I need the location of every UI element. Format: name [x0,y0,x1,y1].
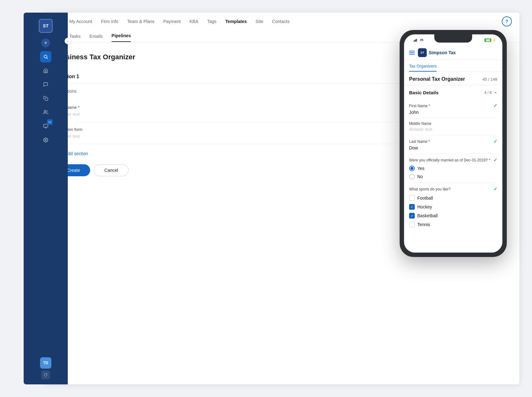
sidebar-shield-icon [41,371,50,379]
nav-tags[interactable]: Tags [207,19,217,24]
sidebar-home-button[interactable] [40,65,51,76]
user-avatar: TD [40,357,51,369]
svg-rect-11 [416,39,417,42]
sports-check-icon: ✓ [493,186,497,192]
phone-screen: ▮▮▮ ⚡ ST Simpson Tax Tax Organizers Pers… [404,34,502,253]
help-button[interactable]: ? [502,16,512,26]
svg-point-12 [421,41,422,42]
phone-brand-name: Simpson Tax [429,50,456,55]
sidebar-logo: ST [39,19,53,33]
first-name-check-icon: ✓ [493,103,497,109]
battery-icons: ▮▮▮ ⚡ [484,38,496,42]
married-radio-group: Yes No [409,166,497,179]
tasks-badge: 11 [47,119,53,125]
sidebar: ST › + 11 TD [24,13,68,384]
svg-rect-9 [414,40,415,42]
radio-yes-circle [409,166,415,171]
cancel-button[interactable]: Cancel [94,164,129,176]
nav-contacts[interactable]: Contacts [272,19,289,24]
phone-brand: ST Simpson Tax [418,48,456,57]
charging-icon: ⚡ [492,38,496,42]
sidebar-copy-button[interactable] [40,93,51,104]
phone-field-last-name: Last Name * ✓ Dow [409,135,497,154]
checkbox-hockey-box: ✓ [409,204,415,210]
sidebar-tasks-button[interactable]: 11 [40,120,51,132]
tab-tasks[interactable]: Tasks [69,34,81,42]
phone-field-middle-name: Middle Name Answer text [409,118,497,135]
svg-rect-8 [413,41,414,42]
checkbox-football-label: Football [417,196,433,201]
phone-tab-bar: Tax Organizers [404,60,502,72]
phone-notch [434,34,472,43]
checkbox-basketball-box: ✓ [409,213,415,219]
top-nav-main: My Account Firm Info Team & Plans Paymen… [69,13,519,30]
phone-app-header: ST Simpson Tax [404,46,502,60]
phone-field-first-name-label: First Name * ✓ [409,103,497,109]
nav-kba[interactable]: KBA [189,19,198,24]
phone-mockup: ▮▮▮ ⚡ ST Simpson Tax Tax Organizers Pers… [400,30,507,257]
phone-section-header: Basic Details 4 / 6 [409,90,497,95]
checkbox-basketball[interactable]: ✓ Basketball [409,213,497,219]
add-section-label: Add section [65,151,88,156]
phone-section-progress: 4 / 6 [484,90,497,95]
nav-payment[interactable]: Payment [163,19,181,24]
svg-point-7 [45,139,46,141]
sidebar-users-button[interactable] [40,107,51,118]
checkbox-football[interactable]: Football [409,195,497,201]
phone-field-middle-name-label: Middle Name [409,121,497,126]
phone-organizer-progress: 45 / 148 [483,77,497,82]
checkbox-hockey-label: Hockey [417,204,432,209]
checkbox-football-box [409,195,415,201]
checkbox-hockey[interactable]: ✓ Hockey [409,204,497,210]
signal-icons [410,38,424,42]
phone-content: Tax Organizers Personal Tax Organizer 45… [404,60,502,253]
hamburger-menu-button[interactable] [409,51,415,55]
phone-section-title: Basic Details [409,90,438,95]
tab-emails[interactable]: Emails [90,34,103,42]
nav-right: ? [502,16,512,26]
nav-my-account[interactable]: My Account [69,19,92,24]
checkbox-tennis-label: Tennis [417,222,430,227]
svg-line-1 [47,58,48,59]
phone-brand-logo: ST [418,48,427,57]
svg-point-3 [44,110,46,112]
radio-no-circle [409,174,415,179]
sidebar-add-button[interactable]: + [41,38,50,47]
married-check-icon: ✓ [493,157,497,163]
sidebar-settings-button[interactable] [40,134,51,146]
nav-site[interactable]: Site [256,19,263,24]
battery-indicator: ▮▮▮ [484,38,491,42]
phone-field-middle-name-placeholder: Answer text [409,127,497,132]
svg-rect-10 [415,39,416,42]
checkbox-tennis[interactable]: Tennis [409,222,497,227]
svg-point-0 [44,55,47,58]
phone-field-married-label: Were you officially married as of Dec-31… [409,157,497,163]
nav-links: My Account Firm Info Team & Plans Paymen… [69,19,289,24]
sports-checkbox-group: Football ✓ Hockey ✓ Basketball Tennis [409,195,497,227]
sidebar-collapse-button[interactable]: › [65,38,71,44]
nav-firm-info[interactable]: Firm Info [101,19,118,24]
radio-yes-label: Yes [417,166,425,171]
phone-field-sports: What sports do you like? ✓ Football ✓ Ho… [409,183,497,231]
sidebar-search-button[interactable] [40,51,51,62]
phone-field-sports-label: What sports do you like? ✓ [409,186,497,192]
phone-tab-tax-organizers[interactable]: Tax Organizers [409,64,437,72]
nav-team-plans[interactable]: Team & Plans [127,19,154,24]
phone-organizer-header: Personal Tax Organizer 45 / 148 [404,72,502,85]
phone-field-first-name-value: John [409,110,497,115]
radio-no[interactable]: No [409,174,497,179]
svg-rect-4 [43,124,48,127]
radio-yes[interactable]: Yes [409,166,497,171]
nav-templates[interactable]: Templates [225,19,247,24]
radio-no-label: No [417,174,423,179]
phone-basic-details-section: Basic Details 4 / 6 First Name * ✓ John [404,85,502,235]
phone-field-last-name-value: Dow [409,145,497,150]
sidebar-messages-button[interactable] [40,79,51,90]
sidebar-bottom: TD [40,357,51,384]
checkbox-tennis-box [409,222,415,227]
checkbox-basketball-label: Basketball [417,213,438,218]
tab-pipelines[interactable]: Pipelines [112,33,131,42]
last-name-check-icon: ✓ [493,138,497,144]
phone-field-last-name-label: Last Name * ✓ [409,138,497,144]
svg-rect-2 [45,98,48,101]
